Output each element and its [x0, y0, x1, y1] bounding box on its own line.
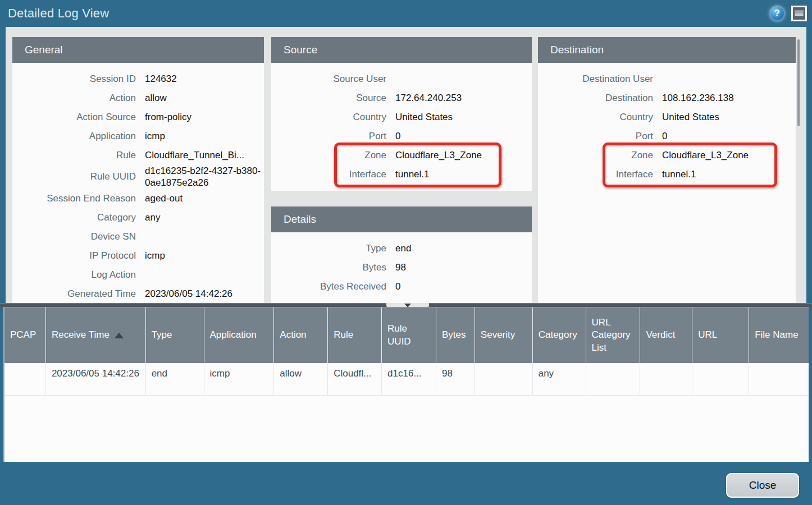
destination-panel: Destination Destination User Destination…	[538, 37, 796, 303]
field-category: Categoryany	[12, 208, 264, 227]
column-header-receive-time[interactable]: Receive Time	[46, 307, 146, 363]
field-label: Application	[12, 131, 136, 142]
window-maximize-icon[interactable]	[791, 6, 807, 21]
field-value: aged-out	[145, 192, 183, 204]
field-source: Source172.64.240.253	[271, 89, 532, 108]
field-country: CountryUnited States	[271, 108, 532, 127]
field-label: Generated Time	[12, 288, 136, 300]
field-label: Type	[271, 243, 386, 254]
field-value: 0	[662, 130, 667, 142]
cell-rule-uuid: d1c16...	[382, 363, 436, 395]
field-rule: RuleCloudflare_Tunnel_Bi...	[12, 146, 264, 165]
field-value: 0	[395, 281, 400, 292]
field-destination: Destination108.162.236.138	[538, 89, 796, 108]
cell-rule: Cloudfl...	[328, 363, 382, 395]
general-panel-header: General	[12, 37, 264, 63]
field-value: any	[145, 212, 160, 223]
cell-severity	[475, 363, 533, 395]
column-header-url[interactable]: URL	[692, 307, 749, 363]
field-label: Rule UUID	[12, 171, 136, 182]
field-generated-time: Generated Time2023/06/05 14:42:26	[12, 284, 264, 304]
column-header-file-name[interactable]: File Name	[749, 307, 809, 363]
column-header-category[interactable]: Category	[533, 307, 586, 363]
field-label: Country	[271, 112, 386, 123]
cell-application: icmp	[204, 363, 275, 395]
field-action: Actionallow	[12, 89, 264, 108]
column-header-type[interactable]: Type	[146, 307, 204, 363]
field-bytes-received: Bytes Received0	[271, 277, 532, 296]
close-button[interactable]: Close	[726, 473, 799, 498]
column-header-verdict[interactable]: Verdict	[640, 307, 692, 363]
cell-category: any	[533, 363, 586, 395]
field-label: Source	[271, 93, 386, 104]
source-panel-header: Source	[271, 37, 532, 63]
field-label: Port	[271, 131, 386, 142]
field-value: from-policy	[145, 111, 191, 123]
field-value: United States	[662, 111, 719, 123]
field-label: Destination	[538, 93, 653, 104]
field-value: 98	[395, 261, 406, 273]
help-icon[interactable]: ?	[770, 6, 784, 21]
page-title: Detailed Log View	[8, 6, 109, 21]
field-label: Rule	[12, 150, 136, 161]
field-value: 172.64.240.253	[395, 92, 462, 104]
field-value: 2023/06/05 14:42:26	[145, 288, 232, 300]
column-header-pcap[interactable]: PCAP	[4, 307, 46, 363]
field-session-id: Session ID124632	[12, 70, 264, 89]
details-panel-body: Typeend Bytes98 Bytes Received0	[271, 232, 532, 296]
field-label: Category	[12, 212, 136, 223]
table-row[interactable]: 2023/06/05 14:42:26 end icmp allow Cloud…	[4, 363, 809, 396]
title-bar: Detailed Log View ?	[0, 0, 812, 27]
field-label: Log Action	[12, 269, 136, 281]
field-type: Typeend	[271, 239, 532, 258]
general-panel: General Session ID124632 Actionallow Act…	[12, 37, 264, 303]
field-label: Device SN	[12, 231, 136, 242]
field-log-action: Log Action	[12, 265, 264, 284]
field-label: Port	[538, 131, 653, 142]
field-device-sn: Device SN	[12, 227, 264, 246]
cell-bytes: 98	[436, 363, 475, 395]
cell-receive-time: 2023/06/05 14:42:26	[46, 363, 146, 395]
field-value: Cloudflare_Tunnel_Bi...	[145, 149, 244, 161]
sort-ascending-icon	[115, 333, 124, 338]
field-action-source: Action Sourcefrom-policy	[12, 108, 264, 127]
window-maximize-icon-inner	[793, 7, 805, 20]
column-header-rule[interactable]: Rule	[328, 307, 382, 363]
field-label: Country	[538, 112, 653, 123]
column-header-bytes[interactable]: Bytes	[436, 307, 475, 363]
field-value: icmp	[145, 250, 165, 261]
cell-pcap	[4, 363, 46, 395]
field-value: 0	[395, 130, 400, 142]
field-application: Applicationicmp	[12, 127, 264, 146]
field-label: IP Protocol	[12, 250, 136, 261]
column-header-rule-uuid[interactable]: Rule UUID	[382, 307, 436, 363]
field-value: d1c16235-b2f2-4327-b380-0ae1875e2a26	[145, 165, 264, 189]
field-value: allow	[145, 92, 167, 104]
field-bytes: Bytes98	[271, 258, 532, 277]
column-header-url-category-list[interactable]: URL Category List	[586, 307, 641, 363]
destination-panel-header: Destination	[538, 37, 796, 63]
field-country: CountryUnited States	[538, 108, 796, 127]
field-value: 108.162.236.138	[662, 92, 734, 104]
detail-panels-area: General Session ID124632 Actionallow Act…	[6, 27, 806, 303]
log-table: PCAP Receive Time Type Application Actio…	[3, 307, 809, 462]
log-table-header: PCAP Receive Time Type Application Actio…	[4, 307, 809, 363]
column-header-action[interactable]: Action	[274, 307, 328, 363]
zone-interface-highlight	[334, 143, 501, 187]
field-label: Bytes Received	[271, 281, 386, 292]
column-header-application[interactable]: Application	[204, 307, 275, 363]
field-label: Action	[12, 93, 136, 104]
source-panel: Source Source User Source172.64.240.253 …	[271, 37, 532, 191]
vertical-scrollbar-thumb[interactable]	[797, 39, 800, 126]
cell-url-category-list	[586, 363, 641, 395]
field-value: end	[395, 242, 411, 254]
cell-file-name	[749, 363, 809, 395]
field-label: Destination User	[538, 74, 653, 85]
zone-interface-highlight	[603, 143, 777, 187]
field-source-user: Source User	[271, 70, 532, 89]
cell-action: allow	[274, 363, 328, 395]
field-label: Source User	[271, 74, 386, 85]
field-session-end-reason: Session End Reasonaged-out	[12, 189, 264, 208]
column-header-severity[interactable]: Severity	[475, 307, 533, 363]
general-panel-body: Session ID124632 Actionallow Action Sour…	[12, 63, 264, 303]
